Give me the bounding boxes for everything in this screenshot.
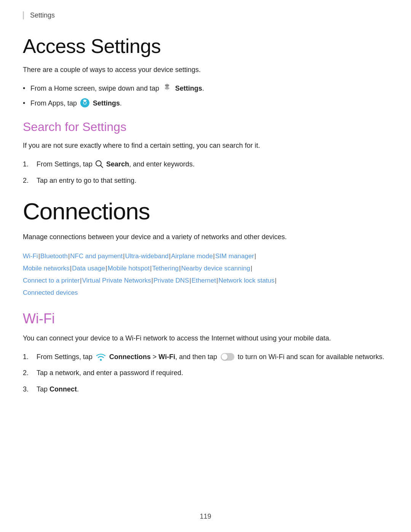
breadcrumb-text: Settings bbox=[30, 11, 55, 19]
bullet-item-1: From a Home screen, swipe down and tap S… bbox=[23, 83, 388, 94]
link-printer[interactable]: Connect to a printer bbox=[23, 277, 80, 284]
bullet-2-text-before: From Apps, tap bbox=[30, 99, 79, 107]
link-wifi[interactable]: Wi-Fi bbox=[23, 252, 38, 260]
sep10: | bbox=[179, 265, 181, 272]
connections-section: Connections Manage connections between y… bbox=[23, 198, 388, 299]
connections-title: Connections bbox=[23, 198, 388, 225]
page-container: Settings Access Settings There are a cou… bbox=[0, 0, 411, 532]
access-settings-intro: There are a couple of ways to access you… bbox=[23, 64, 388, 75]
wifi-step-2: Tap a network, and enter a password if r… bbox=[23, 367, 388, 379]
sep3: | bbox=[123, 252, 124, 260]
sep1: | bbox=[38, 252, 40, 260]
sep15: | bbox=[216, 277, 218, 284]
link-dns[interactable]: Private DNS bbox=[153, 277, 189, 284]
search-icon bbox=[95, 160, 104, 168]
svg-line-7 bbox=[100, 165, 103, 168]
connections-intro: Manage connections between your device a… bbox=[23, 232, 388, 243]
link-airplane[interactable]: Airplane mode bbox=[171, 252, 213, 260]
search-settings-title: Search for Settings bbox=[23, 120, 388, 134]
link-bluetooth[interactable]: Bluetooth bbox=[40, 252, 68, 260]
svg-point-8 bbox=[100, 359, 102, 361]
link-sim[interactable]: SIM manager bbox=[215, 252, 254, 260]
sep9: | bbox=[150, 265, 151, 272]
sep16: | bbox=[275, 277, 276, 284]
gear-gray-icon bbox=[162, 83, 172, 93]
access-settings-title: Access Settings bbox=[23, 35, 388, 58]
search-steps-list: From Settings, tap Search, and enter key… bbox=[23, 159, 388, 186]
link-mobile-networks[interactable]: Mobile networks bbox=[23, 265, 70, 272]
connections-links: Wi-Fi|Bluetooth|NFC and payment|Ultra-wi… bbox=[23, 250, 388, 299]
sep7: | bbox=[70, 265, 72, 272]
link-data-usage[interactable]: Data usage bbox=[72, 265, 105, 272]
sep14: | bbox=[190, 277, 191, 284]
wifi-title: Wi-Fi bbox=[23, 311, 388, 327]
link-tethering[interactable]: Tethering bbox=[152, 265, 179, 272]
sep4: | bbox=[169, 252, 170, 260]
link-network-lock[interactable]: Network lock status bbox=[218, 277, 274, 284]
wifi-steps-list: From Settings, tap Connections > Wi-Fi, … bbox=[23, 351, 388, 395]
link-ethernet[interactable]: Ethernet bbox=[191, 277, 216, 284]
link-nearby[interactable]: Nearby device scanning bbox=[181, 265, 250, 272]
search-step-1: From Settings, tap Search, and enter key… bbox=[23, 159, 388, 170]
page-number: 119 bbox=[200, 513, 211, 521]
sep13: | bbox=[151, 277, 153, 284]
sep5: | bbox=[213, 252, 215, 260]
sep6: | bbox=[255, 252, 256, 260]
bullet-1-bold: Settings bbox=[175, 85, 202, 92]
sep2: | bbox=[68, 252, 70, 260]
svg-point-2 bbox=[166, 87, 168, 89]
wifi-intro: You can connect your device to a Wi-Fi n… bbox=[23, 333, 388, 344]
bullet-1-text-before: From a Home screen, swipe down and tap bbox=[30, 85, 161, 92]
gear-blue-icon bbox=[80, 98, 90, 108]
link-uwb[interactable]: Ultra-wideband bbox=[125, 252, 169, 260]
sep8: | bbox=[105, 265, 107, 272]
wifi-step-1: From Settings, tap Connections > Wi-Fi, … bbox=[23, 351, 388, 363]
access-settings-bullets: From a Home screen, swipe down and tap S… bbox=[23, 83, 388, 109]
link-connected-devices[interactable]: Connected devices bbox=[23, 289, 78, 296]
connections-wifi-icon bbox=[96, 352, 106, 361]
svg-point-5 bbox=[84, 102, 86, 104]
bullet-item-2: From Apps, tap Settings. bbox=[23, 98, 388, 109]
toggle-icon bbox=[221, 353, 234, 361]
breadcrumb: Settings bbox=[23, 11, 388, 19]
link-vpn[interactable]: Virtual Private Networks bbox=[82, 277, 151, 284]
link-nfc[interactable]: NFC and payment bbox=[70, 252, 123, 260]
wifi-step-3: Tap Connect. bbox=[23, 384, 388, 395]
sep12: | bbox=[80, 277, 81, 284]
bullet-2-bold: Settings bbox=[93, 99, 120, 107]
search-step-2: Tap an entry to go to that setting. bbox=[23, 175, 388, 186]
link-hotspot[interactable]: Mobile hotspot bbox=[108, 265, 150, 272]
search-settings-intro: If you are not sure exactly where to fin… bbox=[23, 140, 388, 151]
sep11: | bbox=[250, 265, 252, 272]
